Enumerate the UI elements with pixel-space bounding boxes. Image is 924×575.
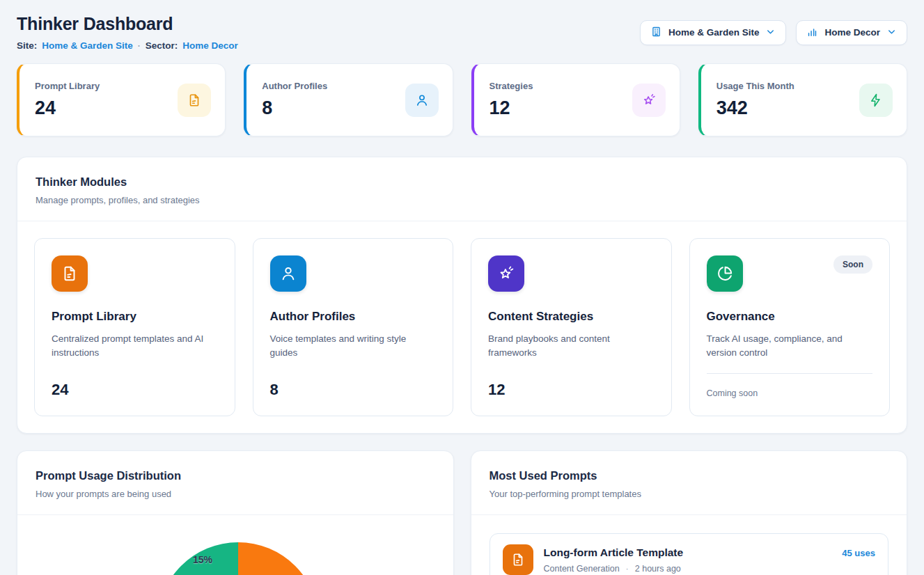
site-selector-label: Home & Garden Site [668, 27, 760, 38]
file-text-icon [178, 84, 211, 117]
stat-value: 8 [262, 97, 327, 119]
stat-value: 342 [717, 97, 794, 119]
usage-distribution-panel: Prompt Usage Distribution How your promp… [17, 450, 454, 575]
stat-card-author-profiles: Author Profiles 8 [244, 63, 453, 136]
header-actions: Home & Garden Site Home Decor [640, 20, 907, 45]
pie-chart-icon [707, 255, 743, 292]
stat-card-usage: Usage This Month 342 [698, 63, 907, 136]
stat-card-prompt-library: Prompt Library 24 [17, 63, 226, 136]
module-count: 8 [270, 381, 437, 399]
prompt-item-main: Long-form Article Template 45 uses Conte… [544, 546, 876, 574]
prompt-category: Content Generation [544, 564, 620, 574]
module-description: Voice templates and writing style guides [270, 332, 437, 361]
module-title: Author Profiles [270, 310, 437, 324]
modules-panel-title: Thinker Modules [36, 175, 888, 189]
most-used-prompts-panel: Most Used Prompts Your top-performing pr… [471, 450, 908, 575]
page-title: Thinker Dashboard [17, 14, 238, 34]
stat-text: Prompt Library 24 [35, 81, 100, 119]
prompts-panel-header: Most Used Prompts Your top-performing pr… [471, 451, 907, 515]
header-text: Thinker Dashboard Site: Home & Garden Si… [17, 14, 238, 51]
module-description: Centralized prompt templates and AI inst… [52, 332, 218, 361]
sparkle-star-icon [488, 255, 524, 292]
prompt-title: Long-form Article Template [544, 546, 684, 559]
bar-chart-icon [806, 26, 818, 40]
building-icon [650, 26, 662, 40]
file-text-icon [503, 544, 533, 575]
breadcrumb: Site: Home & Garden Site · Sector: Home … [17, 40, 238, 51]
donut-segment-label: 15% [185, 554, 220, 565]
prompt-list-item[interactable]: Long-form Article Template 45 uses Conte… [490, 533, 889, 575]
sparkle-star-icon [632, 84, 666, 117]
usage-panel-title: Prompt Usage Distribution [36, 469, 435, 482]
stat-label: Prompt Library [35, 81, 100, 91]
user-icon [270, 255, 306, 292]
module-title: Prompt Library [52, 310, 218, 324]
site-label: Site: [17, 40, 37, 51]
modules-grid: Prompt Library Centralized prompt templa… [17, 221, 907, 433]
module-top: Soon [707, 255, 873, 292]
modules-panel-header: Thinker Modules Manage prompts, profiles… [17, 157, 907, 221]
site-link[interactable]: Home & Garden Site [42, 40, 133, 51]
prompts-panel-title: Most Used Prompts [490, 469, 889, 482]
module-card-content-strategies[interactable]: Content Strategies Brand playbooks and c… [471, 238, 672, 416]
module-top [488, 255, 655, 292]
stat-text: Author Profiles 8 [262, 81, 327, 119]
dot-separator: · [138, 41, 141, 51]
module-card-author-profiles[interactable]: Author Profiles Voice templates and writ… [253, 238, 454, 416]
stat-label: Author Profiles [262, 81, 327, 91]
stat-text: Strategies 12 [490, 81, 533, 119]
usage-panel-subtitle: How your prompts are being used [36, 489, 435, 499]
stats-row: Prompt Library 24 Author Profiles 8 Stra… [17, 63, 907, 136]
module-count: 12 [488, 381, 655, 399]
file-text-icon [52, 255, 88, 292]
chevron-down-icon [886, 26, 897, 39]
module-card-governance[interactable]: Soon Governance Track AI usage, complian… [689, 238, 891, 416]
divider [707, 373, 873, 374]
sector-selector-button[interactable]: Home Decor [796, 20, 907, 45]
prompts-panel-subtitle: Your top-performing prompt templates [490, 489, 889, 499]
user-icon [405, 84, 439, 117]
thinker-modules-panel: Thinker Modules Manage prompts, profiles… [17, 157, 907, 434]
stat-value: 24 [35, 97, 100, 119]
module-description: Track AI usage, compliance, and version … [707, 332, 873, 361]
usage-panel-header: Prompt Usage Distribution How your promp… [17, 451, 453, 515]
usage-donut-chart: 15% [157, 542, 319, 575]
stat-card-strategies: Strategies 12 [471, 63, 680, 136]
module-top [270, 255, 437, 292]
prompt-time: 2 hours ago [635, 564, 681, 574]
prompt-uses-count: 45 uses [842, 548, 875, 558]
stat-label: Strategies [490, 81, 533, 91]
sector-link[interactable]: Home Decor [182, 40, 238, 51]
bottom-row: Prompt Usage Distribution How your promp… [17, 450, 907, 575]
site-selector-button[interactable]: Home & Garden Site [640, 20, 787, 45]
prompt-title-row: Long-form Article Template 45 uses [544, 546, 876, 559]
module-title: Governance [707, 310, 873, 324]
coming-soon-text: Coming soon [707, 388, 758, 398]
module-footer: Coming soon [707, 373, 873, 399]
dot-separator: · [626, 564, 629, 574]
zap-icon [859, 84, 893, 117]
soon-badge: Soon [833, 255, 872, 274]
prompts-list: Long-form Article Template 45 uses Conte… [471, 515, 907, 575]
stat-text: Usage This Month 342 [717, 81, 794, 119]
module-description: Brand playbooks and content frameworks [488, 332, 655, 361]
stat-value: 12 [490, 97, 533, 119]
chevron-down-icon [765, 26, 776, 39]
module-top [52, 255, 218, 292]
modules-panel-subtitle: Manage prompts, profiles, and strategies [36, 195, 888, 205]
stat-label: Usage This Month [717, 81, 794, 91]
module-title: Content Strategies [488, 310, 655, 324]
sector-selector-label: Home Decor [824, 27, 880, 38]
sector-label: Sector: [146, 40, 178, 51]
page-header: Thinker Dashboard Site: Home & Garden Si… [17, 14, 907, 51]
module-count: 24 [52, 381, 218, 399]
module-card-prompt-library[interactable]: Prompt Library Centralized prompt templa… [34, 238, 235, 416]
prompt-meta: Content Generation · 2 hours ago [544, 564, 876, 574]
